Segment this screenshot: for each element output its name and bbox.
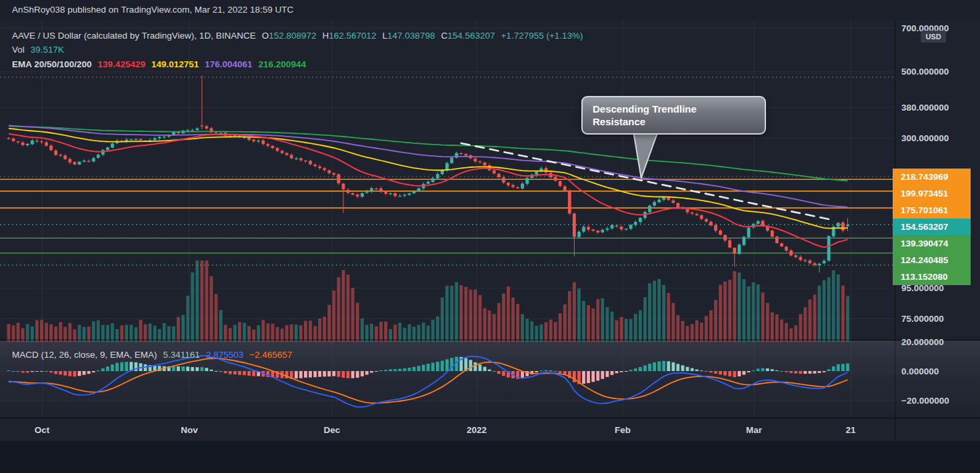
macd-line-value: 2.875503 (206, 350, 243, 360)
price-level-badge: 113.152080 (893, 268, 971, 285)
price-tick: 500.000000 (901, 66, 949, 77)
time-tick: 2022 (467, 424, 487, 437)
close-label: C (441, 31, 447, 41)
high-value: 162.567012 (329, 31, 376, 41)
ema50-value: 149.012751 (151, 59, 199, 69)
time-tick: Dec (324, 424, 341, 437)
callout-line2: Resistance (593, 115, 755, 128)
price-level-badge: 199.973451 (893, 185, 971, 202)
macd-hist-value: 5.341161 (163, 350, 200, 360)
close-value: 154.563207 (447, 31, 495, 41)
price-tick: 380.000000 (901, 102, 949, 113)
symbol-legend: AAVE / US Dollar (calculated by TradingV… (12, 30, 583, 42)
time-tick: Oct (35, 424, 50, 437)
ema100-value: 176.004061 (205, 59, 252, 69)
volume-value: 39.517K (31, 45, 64, 55)
macd-label: MACD (12, 26, close, 9, EMA, EMA) (12, 350, 157, 360)
price-tick: 300.000000 (901, 133, 949, 144)
symbol-title: AAVE / US Dollar (calculated by TradingV… (12, 31, 256, 41)
price-level-badge: 124.240485 (893, 252, 971, 268)
ema-legend: EMA 20/50/100/200139.425429149.012751176… (12, 59, 306, 71)
price-level-badge: 218.743969 (893, 169, 971, 185)
price-level-badge: 175.701061 (893, 202, 971, 219)
low-value: 147.038798 (387, 31, 435, 41)
high-label: H (322, 31, 329, 41)
open-value: 152.808972 (269, 31, 316, 41)
volume-label: Vol (12, 45, 25, 55)
time-tick: Mar (746, 424, 762, 437)
chart-canvas[interactable] (0, 0, 980, 473)
low-label: L (383, 31, 388, 41)
time-tick: Nov (181, 424, 198, 437)
currency-toggle-button[interactable]: USD (921, 31, 946, 43)
ema20-value: 139.425429 (98, 59, 145, 69)
price-level-badge: 139.390474 (893, 235, 971, 252)
time-tick: 21 (845, 424, 855, 437)
publish-bar: AnShRoy038 published on TradingView.com,… (0, 0, 980, 20)
time-tick: Feb (615, 424, 631, 437)
macd-tick: −20.000000 (901, 395, 949, 406)
open-label: O (262, 31, 269, 41)
tradingview-snapshot: AnShRoy038 published on TradingView.com,… (0, 0, 980, 473)
trendline-callout[interactable]: Descending Trendline Resistance (581, 96, 766, 135)
volume-legend: Vol39.517K (12, 44, 64, 56)
macd-signal-value: −2.465657 (249, 350, 292, 360)
footer-bar: TradingView (0, 441, 980, 473)
publish-text: AnShRoy038 published on TradingView.com,… (12, 5, 293, 15)
callout-line1: Descending Trendline (593, 103, 755, 115)
price-level-badge: 154.563207 (893, 219, 971, 235)
ema200-value: 216.200944 (259, 59, 306, 69)
ema-label: EMA 20/50/100/200 (12, 59, 92, 69)
macd-tick: 0.000000 (901, 366, 939, 377)
price-tick: 75.000000 (901, 313, 944, 324)
change-value: +1.727955 (+1.13%) (501, 31, 583, 41)
macd-tick: 20.000000 (901, 336, 944, 348)
macd-legend: MACD (12, 26, close, 9, EMA, EMA)5.34116… (12, 349, 292, 361)
